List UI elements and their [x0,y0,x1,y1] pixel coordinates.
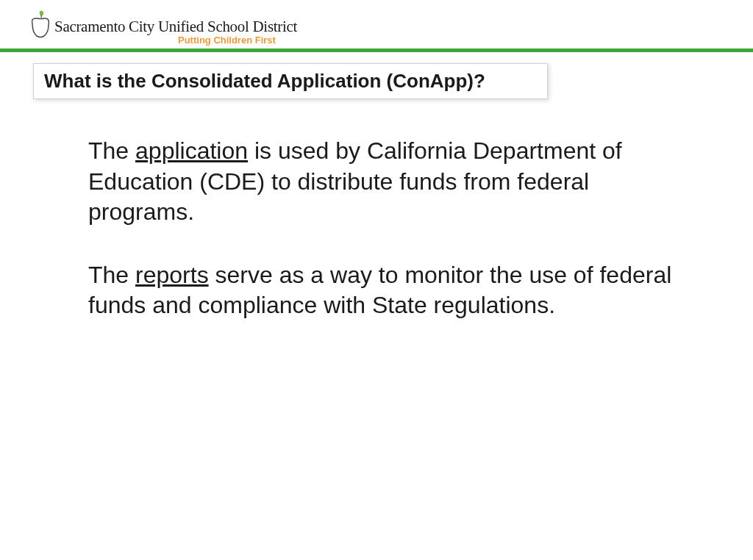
slide-header: Sacramento City Unified School District … [0,0,753,46]
tagline: Putting Children First [178,35,297,46]
slide-title: What is the Consolidated Application (Co… [44,70,537,93]
district-name: Sacramento City Unified School District [54,18,297,36]
para2-prefix: The [88,262,135,288]
title-box: What is the Consolidated Application (Co… [33,63,548,99]
logo-area: Sacramento City Unified School District … [29,7,753,46]
paragraph-2: The reports serve as a way to monitor th… [88,260,679,321]
district-text-block: Sacramento City Unified School District … [54,7,297,46]
paragraph-1: The application is used by California De… [88,136,679,228]
divider-line [0,49,753,52]
apple-icon [29,9,51,38]
para2-underlined: reports [135,262,209,288]
content-area: The application is used by California De… [0,99,753,321]
para1-prefix: The [88,137,135,164]
para1-underlined: application [135,137,248,164]
